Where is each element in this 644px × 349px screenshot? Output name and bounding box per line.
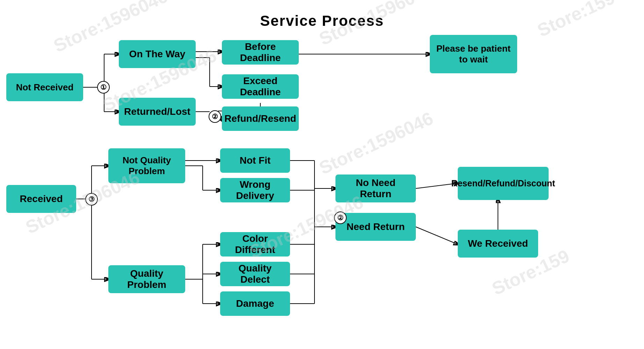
circle-num-2-bottom: ② (334, 211, 347, 224)
circle-num-3: ③ (85, 193, 98, 206)
box-not-received: Not Received (6, 73, 83, 101)
box-no-need-return: No Need Return (335, 174, 416, 202)
box-need-return: Need Return (335, 213, 416, 241)
box-quality-delect: Quality Delect (220, 262, 290, 286)
box-color-different: Color Different (220, 232, 290, 257)
box-damage: Damage (220, 291, 290, 316)
circle-num-2-top: ② (209, 110, 221, 123)
box-not-fit: Not Fit (220, 148, 290, 173)
box-quality-problem: Quality Problem (108, 265, 185, 293)
box-before-deadline: Before Deadline (222, 40, 299, 65)
box-received: Received (6, 185, 76, 213)
box-wrong-delivery: Wrong Delivery (220, 178, 290, 202)
box-resend-refund-discount: Resend/Refund/Discount (458, 167, 549, 200)
box-on-the-way: On The Way (119, 40, 196, 68)
box-not-quality-problem: Not Quality Problem (108, 148, 185, 183)
svg-line-42 (416, 227, 458, 244)
circle-num-1: ① (97, 81, 110, 94)
box-exceed-deadline: Exceed Deadline (222, 74, 299, 99)
box-refund-resend-top: Refund/Resend (222, 106, 299, 131)
box-we-received: We Received (458, 230, 538, 258)
diagram-container: Store:1596046 Store:1596046 Store:159 St… (0, 0, 644, 349)
box-please-be-patient: Please be patient to wait (430, 35, 517, 73)
box-returned-lost: Returned/Lost (119, 98, 196, 126)
